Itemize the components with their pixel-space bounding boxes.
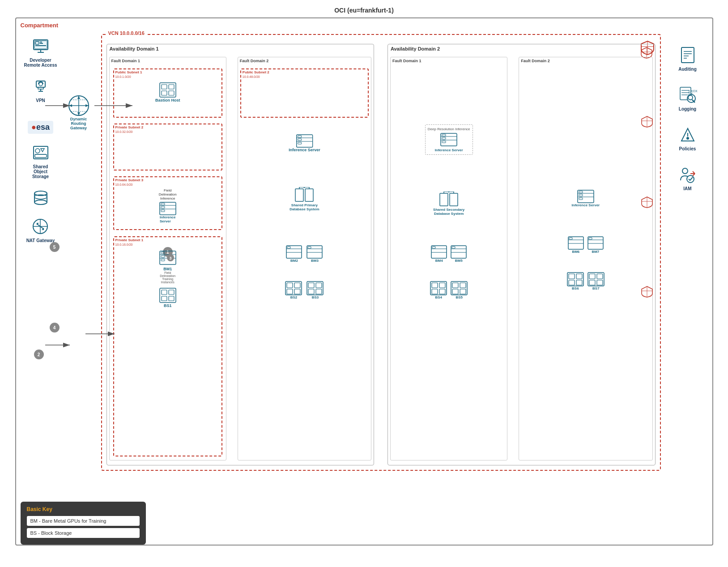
developer-remote-access-group: DeveloperRemote Access bbox=[24, 36, 57, 68]
svg-rect-29 bbox=[681, 47, 694, 63]
svg-rect-131 bbox=[430, 281, 447, 295]
esa-group: ●esa bbox=[28, 121, 53, 134]
bs4-bs5-group: BS4 BS5 bbox=[393, 281, 505, 299]
policies-group: Policies bbox=[678, 125, 698, 151]
inference-server-fd3-icon bbox=[159, 202, 176, 215]
svg-rect-134 bbox=[432, 289, 438, 294]
svg-rect-163 bbox=[589, 280, 595, 285]
private-subnet-3-cidr: 10.0.64.0/20 bbox=[114, 183, 221, 186]
vpn-label: VPN bbox=[36, 98, 45, 103]
auditing-label: Auditing bbox=[678, 67, 697, 72]
logging-icon: 1:XOX 2:X bbox=[678, 85, 698, 105]
bm7-label: BM7 bbox=[592, 250, 599, 254]
svg-rect-107 bbox=[316, 289, 322, 294]
firewall-ps2 bbox=[641, 115, 653, 128]
basic-key-title: Basic Key bbox=[27, 506, 140, 512]
dynamic-routing-gateway-group: DynamicRoutingGateway bbox=[65, 94, 92, 130]
deep-resolution-inference-group: Deep Resolution Inference Inference bbox=[393, 124, 505, 155]
outer-box: Compartment DeveloperRemote Access bbox=[15, 17, 713, 546]
svg-rect-113 bbox=[442, 134, 446, 136]
av-domain-1: Availability Domain 1 Fault Domain 1 Pub… bbox=[106, 44, 375, 465]
svg-rect-102 bbox=[294, 289, 300, 294]
public-subnet-1-cidr: 10.0.1.0/20 bbox=[114, 75, 221, 78]
bs5-label: BS5 bbox=[456, 295, 463, 299]
svg-rect-150 bbox=[569, 238, 572, 239]
firewall-ps3 bbox=[641, 196, 653, 209]
svg-rect-103 bbox=[307, 281, 323, 295]
database-group bbox=[31, 188, 51, 208]
svg-point-45 bbox=[682, 168, 688, 174]
svg-rect-141 bbox=[578, 190, 594, 203]
svg-rect-81 bbox=[298, 142, 301, 144]
iam-icon bbox=[678, 165, 698, 184]
svg-rect-76 bbox=[296, 135, 312, 147]
svg-rect-99 bbox=[287, 283, 293, 288]
deep-resolution-box: Deep Resolution Inference Inference bbox=[425, 124, 473, 155]
svg-rect-3 bbox=[40, 42, 42, 43]
svg-rect-117 bbox=[450, 193, 458, 206]
vpn-group: VPN bbox=[31, 77, 51, 103]
inference-server-ps3-right-icon bbox=[577, 190, 594, 203]
key-item-bs: BS - Block Storage bbox=[27, 528, 140, 538]
bs2-label: BS2 bbox=[290, 295, 298, 299]
svg-rect-93 bbox=[287, 247, 290, 248]
svg-point-20 bbox=[34, 200, 47, 205]
step-5-circle: 5 bbox=[50, 242, 60, 252]
private-subnet-1-cidr: 10.0.16.0/20 bbox=[114, 243, 221, 246]
svg-rect-133 bbox=[439, 283, 445, 288]
svg-rect-97 bbox=[308, 247, 311, 248]
svg-rect-71 bbox=[160, 288, 176, 303]
svg-rect-146 bbox=[579, 198, 583, 200]
developer-label: DeveloperRemote Access bbox=[24, 58, 57, 68]
shared-secondary-db-label: Shared SecondaryDatabase System bbox=[431, 208, 467, 216]
public-subnet-2: Public Subnet 2 10.0.48.0/20 bbox=[240, 68, 369, 118]
bastion-host-icon bbox=[159, 82, 177, 98]
bm5-label: BM5 bbox=[455, 259, 463, 263]
svg-rect-61 bbox=[161, 206, 165, 208]
bs3-icon bbox=[307, 281, 324, 295]
esa-logo: ●esa bbox=[28, 121, 53, 134]
svg-marker-14 bbox=[41, 149, 44, 152]
svg-rect-116 bbox=[440, 193, 448, 206]
logging-label: Logging bbox=[679, 107, 696, 111]
av-domain-1-label: Availability Domain 1 bbox=[107, 44, 374, 53]
basic-key: Basic Key BM - Bare Metal GPUs for Train… bbox=[21, 502, 146, 545]
main-container: OCI (eu=frankfurt-1) Compartment Develop… bbox=[0, 0, 728, 567]
bastion-host-label: Bastion Host bbox=[155, 98, 180, 102]
svg-rect-54 bbox=[169, 85, 174, 89]
svg-rect-67 bbox=[161, 256, 165, 257]
public-subnet-1: Public Subnet 1 10.0.1.0/20 bbox=[113, 68, 222, 118]
private-subnet-1-fd1: Private Subnet 1 10.0.16.0/20 1 bbox=[113, 236, 222, 456]
svg-rect-56 bbox=[169, 91, 174, 95]
bastion-host-group: Bastion Host bbox=[114, 82, 221, 102]
svg-rect-72 bbox=[162, 290, 167, 294]
fault-domain-2-av2: Fault Domain 2 Inference Se bbox=[519, 57, 652, 460]
av-domain-2: Availability Domain 2 Fault Domain 1 bbox=[387, 44, 656, 465]
fault-domain-1-av1: Fault Domain 1 Public Subnet 1 10.0.1.0/… bbox=[109, 57, 226, 460]
iam-group: IAM bbox=[678, 165, 698, 191]
public-subnet-2-label: Public Subnet 2 bbox=[241, 69, 368, 75]
svg-rect-55 bbox=[162, 91, 167, 95]
svg-point-13 bbox=[35, 149, 40, 153]
bm2-group: BM2 bbox=[286, 245, 302, 263]
svg-rect-15 bbox=[35, 154, 47, 158]
field-delineation-training-label: FieldDelineationTrainingInstances bbox=[160, 271, 175, 284]
fd2-av2-label: Fault Domain 2 bbox=[519, 57, 652, 64]
step-2-circle: 2 bbox=[34, 350, 44, 359]
bm7-group: BM7 bbox=[588, 236, 604, 254]
inference-server-av1-fd2-label: Inference Server bbox=[289, 148, 320, 152]
private-subnet-3-label: Private Subnet 3 bbox=[114, 177, 221, 183]
private-subnet-1-label: Private Subnet 1 bbox=[114, 237, 221, 243]
svg-rect-12 bbox=[34, 146, 48, 159]
svg-rect-5 bbox=[35, 45, 46, 46]
bm5-icon bbox=[451, 245, 467, 259]
inference-server-fd3-label: InferenceServer bbox=[160, 215, 176, 223]
shared-primary-db-label: Shared PrimaryDatabase System bbox=[286, 203, 322, 211]
svg-rect-156 bbox=[569, 274, 575, 279]
bm6-group: BM6 bbox=[568, 236, 584, 254]
svg-rect-79 bbox=[298, 136, 301, 137]
svg-rect-147 bbox=[568, 237, 583, 249]
svg-rect-159 bbox=[576, 280, 582, 285]
svg-rect-52 bbox=[160, 83, 176, 97]
fd1-av1-label: Fault Domain 1 bbox=[110, 57, 226, 64]
